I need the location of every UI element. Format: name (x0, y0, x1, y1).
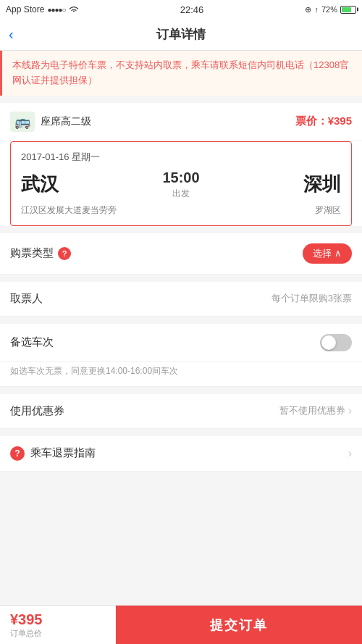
alternative-train-label: 备选车次 (10, 335, 54, 349)
location-icon: ⊕ (305, 5, 311, 14)
ticket-price: 票价：¥395 (295, 114, 352, 128)
pickup-person-label: 取票人 (10, 292, 43, 306)
back-button[interactable]: ‹ (9, 26, 14, 43)
ticket-type-select-button[interactable]: 选择 ∧ (303, 243, 352, 264)
toggle-knob (321, 335, 336, 350)
status-time: 22:46 (180, 4, 204, 15)
battery-fill (342, 7, 351, 12)
select-arrow-icon: ∧ (334, 248, 342, 259)
total-label: 订单总价 (10, 628, 106, 639)
ticket-type-question-icon[interactable]: ? (58, 247, 71, 260)
ticket-class-left: 🚌 座席高二级 (10, 112, 91, 132)
app-store-label: App Store (6, 4, 44, 14)
bus-icon-wrap: 🚌 (10, 112, 35, 132)
question-mark: ? (62, 249, 67, 258)
alternative-train-sub-text: 如选车次无票，同意更换14:00-16:00间车次 (0, 362, 362, 387)
coupon-row[interactable]: 使用优惠券 暂不使用优惠券 › (0, 394, 362, 429)
ticket-class-row: 🚌 座席高二级 票价：¥395 (0, 103, 362, 141)
journey-card: 2017-01-16 星期一 武汉 15:00 出发 深圳 江汉区发展大道麦当劳… (10, 141, 352, 226)
select-label: 选择 (313, 247, 332, 260)
notice-banner: 本线路为电子特价车票，不支持站内取票，乘车请联系短信内司机电话（12308官网认… (0, 51, 362, 96)
dest-detail: 罗湖区 (315, 204, 341, 217)
alternative-train-row: 备选车次 (0, 324, 362, 362)
origin-city: 武汉 (21, 172, 59, 197)
pickup-person-hint: 每个订单限购3张票 (272, 292, 352, 305)
coupon-value-text: 暂不使用优惠券 (279, 404, 345, 417)
ticket-class-name: 座席高二级 (41, 115, 91, 128)
notice-text: 本线路为电子特价车票，不支持站内取票，乘车请联系短信内司机电话（12308官网认… (12, 59, 349, 85)
battery-icon (340, 6, 356, 14)
depart-time-wrap: 15:00 出发 (162, 170, 199, 200)
upload-arrow-icon: ↑ (314, 5, 319, 14)
coupon-chevron-icon: › (348, 404, 352, 417)
back-arrow-icon: ‹ (9, 26, 14, 43)
wifi-icon (69, 6, 79, 13)
coupon-label: 使用优惠券 (10, 404, 64, 418)
nav-bar: ‹ 订单详情 (0, 19, 362, 51)
guide-row[interactable]: ? 乘车退票指南 › (0, 436, 362, 472)
alternative-train-toggle[interactable] (320, 334, 352, 351)
alternative-train-description: 如选车次无票，同意更换14:00-16:00间车次 (10, 366, 178, 376)
status-left: App Store ●●●●○ (6, 4, 79, 14)
bus-icon: 🚌 (14, 114, 30, 130)
signal-dots: ●●●●○ (47, 6, 65, 14)
depart-label: 出发 (162, 188, 199, 200)
ticket-type-text: 购票类型 (10, 246, 54, 260)
bottom-bar: ¥395 订单总价 提交订单 (0, 605, 362, 644)
journey-date: 2017-01-16 星期一 (21, 151, 341, 164)
journey-main: 武汉 15:00 出发 深圳 (21, 170, 341, 200)
pickup-person-row[interactable]: 取票人 每个订单限购3张票 (0, 282, 362, 317)
guide-label: 乘车退票指南 (30, 446, 348, 460)
depart-time: 15:00 (162, 170, 199, 186)
journey-sub: 江汉区发展大道麦当劳旁 罗湖区 (21, 204, 341, 217)
guide-question-icon: ? (10, 446, 25, 461)
ticket-type-row: 购票类型 ? 选择 ∧ (0, 233, 362, 275)
coupon-value: 暂不使用优惠券 › (279, 404, 352, 417)
origin-detail: 江汉区发展大道麦当劳旁 (21, 204, 117, 217)
total-section: ¥395 订单总价 (0, 611, 116, 639)
page-title: 订单详情 (156, 26, 206, 43)
battery-percentage: 72% (321, 5, 337, 14)
total-price: ¥395 (10, 611, 106, 628)
submit-order-button[interactable]: 提交订单 (116, 606, 362, 644)
dest-city: 深圳 (303, 172, 341, 197)
status-bar: App Store ●●●●○ 22:46 ⊕ ↑ 72% (0, 0, 362, 19)
ticket-type-label: 购票类型 ? (10, 246, 71, 260)
guide-chevron-icon: › (348, 447, 352, 460)
status-right: ⊕ ↑ 72% (305, 5, 356, 14)
